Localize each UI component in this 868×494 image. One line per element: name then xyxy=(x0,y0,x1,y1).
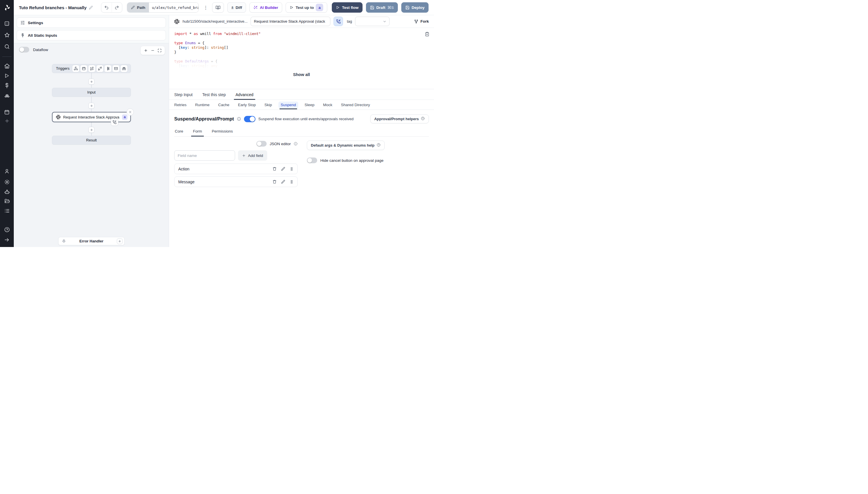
field-name-input[interactable] xyxy=(174,150,235,160)
code-lines: import * as wmill from "windmill-client"… xyxy=(174,32,429,68)
home-icon[interactable] xyxy=(0,63,14,69)
help-icon[interactable] xyxy=(0,227,14,233)
subtab-shared-directory[interactable]: Shared Directory xyxy=(341,103,370,107)
ai-builder-button[interactable]: AI Builder xyxy=(250,2,282,13)
deploy-button[interactable]: Deploy xyxy=(401,2,428,13)
diff-button[interactable]: ± Diff xyxy=(227,2,246,13)
dataflow-toggle[interactable] xyxy=(19,47,29,53)
suspend-phone-indicator-button[interactable] xyxy=(334,17,343,26)
tab-permissions[interactable]: Permissions xyxy=(211,129,234,136)
add-plus-icon[interactable] xyxy=(0,118,14,124)
tab-advanced[interactable]: Advanced xyxy=(236,92,254,99)
play-icon xyxy=(290,5,294,10)
subtab-suspend[interactable]: Suspend xyxy=(281,103,296,107)
variables-dollar-icon[interactable] xyxy=(0,83,14,88)
subtab-retries[interactable]: Retries xyxy=(174,103,187,107)
json-editor-toggle[interactable] xyxy=(256,141,267,147)
user-icon[interactable] xyxy=(0,168,14,174)
edit-field-pencil-icon[interactable] xyxy=(281,167,285,171)
hide-cancel-toggle[interactable] xyxy=(307,157,317,163)
favorites-star-icon[interactable] xyxy=(0,32,14,38)
zoom-out-button[interactable] xyxy=(150,48,155,53)
chevron-down-icon xyxy=(383,19,387,23)
insert-step-button[interactable] xyxy=(88,79,94,84)
subtab-skip[interactable]: Skip xyxy=(264,103,272,107)
undo-button[interactable] xyxy=(101,3,112,12)
folders-icon[interactable] xyxy=(0,198,14,204)
edit-field-pencil-icon[interactable] xyxy=(281,179,285,184)
fork-button[interactable]: Fork xyxy=(414,19,429,24)
flow-canvas[interactable]: Dataflow Triggers xyxy=(14,43,169,247)
draft-button[interactable]: Draft ⌘S xyxy=(366,2,398,13)
subtab-sleep[interactable]: Sleep xyxy=(304,103,315,107)
resources-boxes-icon[interactable] xyxy=(0,93,14,99)
approval-prompt-helpers-button[interactable]: Approval/Prompt helpers xyxy=(370,114,429,124)
tab-form[interactable]: Form xyxy=(192,129,203,136)
apps-list-icon[interactable] xyxy=(0,208,14,214)
docs-book-button[interactable] xyxy=(212,2,224,13)
tab-test-this-step[interactable]: Test this step xyxy=(202,92,226,99)
hub-script-path[interactable]: hub/11500/slack/request_interactive... xyxy=(183,19,247,23)
suspend-phone-incoming-icon[interactable] xyxy=(111,118,118,126)
tag-select[interactable] xyxy=(355,17,389,26)
redo-button[interactable] xyxy=(112,3,122,12)
step-id-badge: a xyxy=(316,4,323,11)
poll-binoculars-trigger-icon[interactable] xyxy=(121,65,127,72)
collapse-arrow-icon[interactable] xyxy=(0,237,14,243)
draft-shortcut: ⌘S xyxy=(387,5,394,10)
info-icon[interactable] xyxy=(294,142,298,146)
suspend-enabled-toggle[interactable] xyxy=(244,116,256,122)
form-field-row-message: Message xyxy=(174,176,298,187)
runs-play-icon[interactable] xyxy=(0,73,14,79)
drag-handle-grip-icon[interactable] xyxy=(290,180,294,184)
info-icon[interactable] xyxy=(237,117,241,121)
all-static-inputs-row[interactable]: All Static Inputs xyxy=(17,30,166,40)
default-args-help-button[interactable]: Default args & Dynamic enums help xyxy=(307,140,385,150)
subtab-runtime[interactable]: Runtime xyxy=(195,103,209,107)
webhook-trigger-icon[interactable] xyxy=(72,65,79,72)
result-node[interactable]: Result xyxy=(52,136,131,145)
insert-step-button[interactable] xyxy=(88,103,94,109)
slack-approval-step-node[interactable]: Request Interactive Slack Approval (... … xyxy=(52,112,131,122)
test-up-to-button[interactable]: Test up to a xyxy=(285,2,328,13)
drag-handle-grip-icon[interactable] xyxy=(290,167,294,171)
insert-step-button[interactable] xyxy=(88,127,94,133)
input-node[interactable]: Input xyxy=(52,88,131,97)
search-icon[interactable] xyxy=(0,44,14,50)
path-input[interactable] xyxy=(149,3,199,12)
email-trigger-icon[interactable] xyxy=(112,65,119,72)
edit-title-pencil-icon[interactable] xyxy=(89,5,93,10)
schedule-trigger-icon[interactable] xyxy=(80,65,87,72)
subtab-mock[interactable]: Mock xyxy=(323,103,332,107)
kafka-trigger-icon[interactable] xyxy=(105,65,111,72)
flow-settings-row[interactable]: Settings xyxy=(17,18,166,28)
code-preview[interactable]: import * as wmill from "windmill-client"… xyxy=(169,28,434,69)
suspend-section: Suspend/Approval/Prompt Suspend flow exe… xyxy=(169,110,434,189)
delete-field-trash-icon[interactable] xyxy=(272,167,277,171)
tab-step-input[interactable]: Step Input xyxy=(174,92,192,99)
windmill-logo[interactable] xyxy=(0,0,14,15)
websocket-trigger-icon[interactable] xyxy=(96,65,103,72)
test-flow-button[interactable]: Test flow xyxy=(332,2,363,13)
settings-gear-icon[interactable] xyxy=(0,179,14,185)
delete-field-trash-icon[interactable] xyxy=(272,179,277,184)
zoom-in-button[interactable] xyxy=(143,48,149,53)
more-menu-kebab[interactable]: ⋮ xyxy=(203,3,209,12)
triggers-node[interactable]: Triggers xyxy=(52,64,131,73)
error-handler-node[interactable]: Error Handler xyxy=(58,237,125,245)
workspace-icon[interactable] xyxy=(0,21,14,26)
copy-code-icon[interactable] xyxy=(425,32,429,38)
workers-robot-icon[interactable] xyxy=(0,189,14,195)
add-error-handler-button[interactable] xyxy=(117,239,123,244)
subtab-cache[interactable]: Cache xyxy=(218,103,229,107)
schedules-calendar-icon[interactable] xyxy=(0,109,14,115)
add-field-button[interactable]: Add field xyxy=(238,150,267,160)
subtab-early-stop[interactable]: Early Stop xyxy=(238,103,256,107)
tab-core[interactable]: Core xyxy=(174,129,184,136)
http-route-trigger-icon[interactable] xyxy=(88,65,95,72)
show-all-button[interactable]: Show all xyxy=(293,72,310,79)
delete-step-button[interactable] xyxy=(127,109,134,116)
path-label[interactable]: Path xyxy=(127,3,149,12)
fit-view-button[interactable] xyxy=(157,48,163,53)
step-summary-input[interactable] xyxy=(251,17,330,26)
